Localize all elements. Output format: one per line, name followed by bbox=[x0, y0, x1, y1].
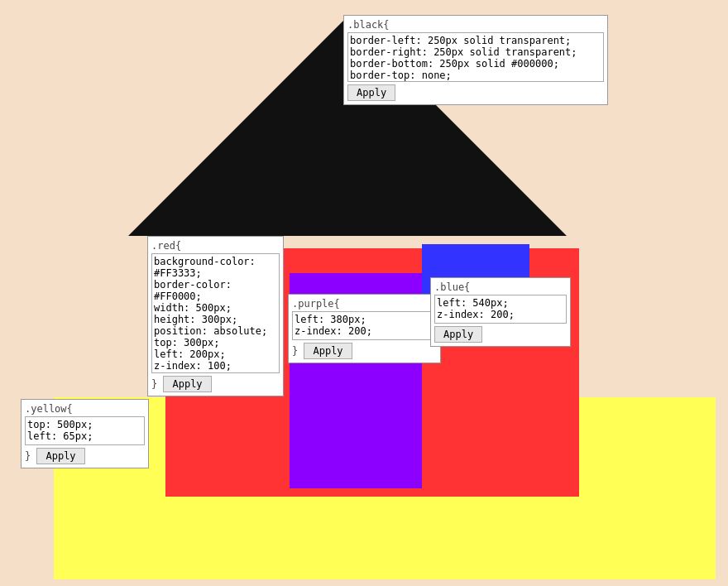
yellow-textarea[interactable] bbox=[25, 416, 145, 445]
black-textarea[interactable] bbox=[347, 32, 604, 82]
purple-textarea[interactable] bbox=[292, 311, 437, 340]
black-apply-button[interactable]: Apply bbox=[347, 84, 395, 101]
editor-yellow: .yellow{ } Apply bbox=[21, 399, 149, 468]
purple-class-label: .purple{ bbox=[292, 298, 437, 310]
red-textarea[interactable] bbox=[151, 253, 280, 373]
house-container: .black{ Apply .red{ } Apply .purple{ } A… bbox=[0, 0, 728, 586]
blue-apply-button[interactable]: Apply bbox=[434, 326, 482, 343]
editor-red: .red{ } Apply bbox=[147, 236, 284, 396]
red-apply-button[interactable]: Apply bbox=[163, 376, 211, 392]
editor-purple: .purple{ } Apply bbox=[288, 294, 441, 363]
red-class-label: .red{ bbox=[151, 240, 280, 252]
yellow-class-label: .yellow{ bbox=[25, 403, 145, 415]
red-close-bracket: } bbox=[151, 378, 157, 390]
editor-blue: .blue{ Apply bbox=[430, 277, 571, 347]
blue-class-label: .blue{ bbox=[434, 281, 567, 293]
editor-black: .black{ Apply bbox=[343, 15, 608, 105]
blue-textarea[interactable] bbox=[434, 295, 567, 324]
purple-close-bracket: } bbox=[292, 345, 298, 357]
yellow-apply-button[interactable]: Apply bbox=[36, 448, 84, 464]
yellow-close-bracket: } bbox=[25, 450, 31, 462]
black-class-label: .black{ bbox=[347, 19, 604, 31]
purple-apply-button[interactable]: Apply bbox=[304, 343, 352, 359]
